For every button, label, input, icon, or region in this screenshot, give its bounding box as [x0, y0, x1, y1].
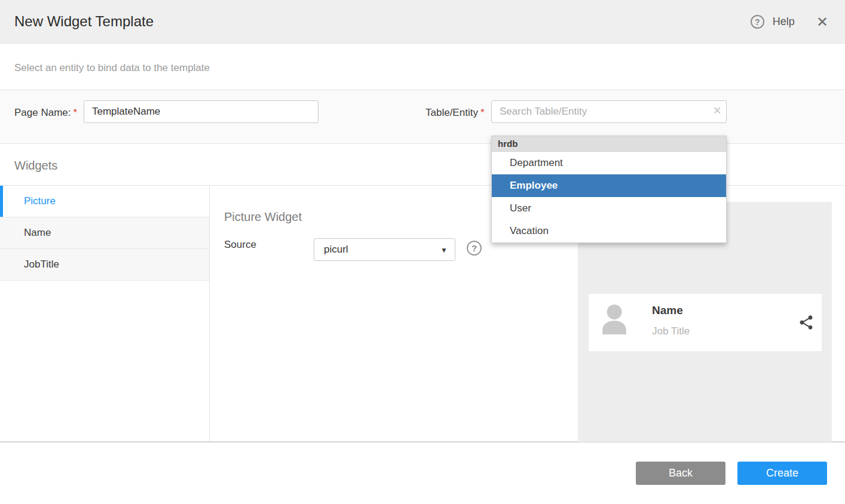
table-entity-dropdown: hrdb Department Employee User Vacation — [491, 136, 727, 243]
preview-card: Name Job Title — [589, 294, 822, 351]
table-entity-label: Table/Entity* — [425, 107, 485, 119]
clear-search-icon[interactable]: × — [714, 104, 721, 118]
person-avatar-icon — [599, 299, 629, 343]
table-entity-search: × — [491, 100, 727, 123]
page-name-label: Page Name:* — [14, 107, 77, 119]
header-actions: ? Help ✕ — [751, 0, 828, 44]
help-button[interactable]: Help — [773, 16, 795, 28]
share-icon[interactable] — [798, 314, 815, 331]
subtitle-text: Select an entity to bind data to the tem… — [14, 62, 210, 74]
create-button[interactable]: Create — [737, 462, 827, 485]
source-select-value: picurl — [324, 244, 348, 256]
new-widget-template-dialog: New Widget Template ? Help ✕ Select an e… — [0, 0, 845, 504]
dropdown-item-employee[interactable]: Employee — [492, 174, 726, 197]
table-entity-search-input[interactable] — [491, 100, 727, 123]
subtitle-band: Select an entity to bind data to the tem… — [0, 44, 845, 90]
dropdown-item-department[interactable]: Department — [492, 152, 726, 174]
tab-jobtitle[interactable]: JobTitle — [0, 249, 209, 281]
preview-name-text: Name — [652, 304, 683, 317]
preview-jobtitle-text: Job Title — [652, 325, 690, 337]
tab-name[interactable]: Name — [0, 217, 209, 249]
widget-tabs-list: Picture Name JobTitle — [0, 186, 210, 441]
back-button[interactable]: Back — [636, 462, 725, 485]
source-label: Source — [224, 239, 256, 251]
tab-jobtitle-label: JobTitle — [24, 259, 59, 271]
tab-picture-label: Picture — [24, 195, 56, 207]
required-asterisk: * — [74, 107, 78, 118]
close-icon[interactable]: ✕ — [816, 15, 828, 29]
page-name-input[interactable] — [84, 100, 319, 123]
help-icon[interactable]: ? — [751, 15, 764, 29]
dropdown-group-hrdb: hrdb — [492, 136, 726, 152]
source-select[interactable]: picurl ▼ — [314, 238, 455, 261]
dialog-footer: Back Create — [0, 442, 845, 504]
required-asterisk: * — [480, 107, 485, 118]
widgets-section-title: Widgets — [14, 159, 57, 173]
dropdown-item-user[interactable]: User — [492, 197, 726, 220]
tab-name-label: Name — [24, 227, 51, 239]
tab-picture[interactable]: Picture — [0, 186, 209, 217]
source-help-icon[interactable]: ? — [467, 241, 482, 256]
dialog-header: New Widget Template ? Help ✕ — [0, 0, 845, 44]
chevron-down-icon: ▼ — [440, 246, 448, 254]
picture-widget-title: Picture Widget — [224, 210, 302, 224]
page-title: New Widget Template — [14, 13, 154, 30]
dropdown-item-vacation[interactable]: Vacation — [492, 220, 726, 242]
